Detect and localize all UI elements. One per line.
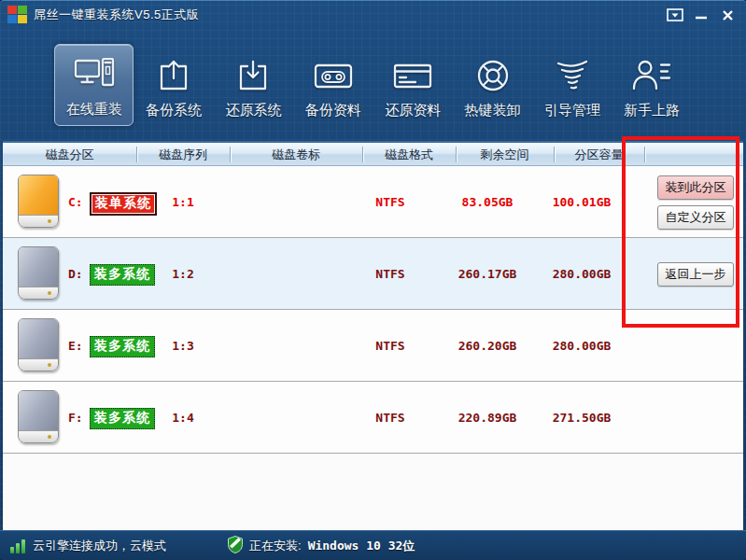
- toolbar-item-label: 引导管理: [544, 102, 600, 119]
- dropdown-menu-button[interactable]: [662, 5, 688, 25]
- install-to-partition-button[interactable]: 装到此分区: [657, 175, 734, 200]
- tab-restore-system[interactable]: 还原系统: [214, 44, 293, 126]
- drive-letter: D:: [68, 238, 83, 310]
- column-divider: [136, 147, 137, 162]
- header-disk-partition: 磁盘分区: [3, 143, 136, 166]
- close-button[interactable]: [714, 5, 740, 25]
- header-volume-label: 磁盘卷标: [230, 143, 362, 166]
- toolbar-item-label: 还原系统: [225, 102, 281, 119]
- restore-system-icon: [235, 54, 271, 97]
- table-header: 磁盘分区 磁盘序列 磁盘卷标 磁盘格式 剩余空间 分区容量: [3, 141, 743, 166]
- drive-letter: C:: [68, 166, 83, 238]
- toolbar-item-label: 新手上路: [624, 102, 680, 119]
- toolbar-item-label: 还原资料: [385, 102, 441, 119]
- window-controls: [662, 1, 740, 29]
- disk-serial: 1:2: [146, 238, 220, 310]
- tab-online-reinstall[interactable]: 在线重装: [54, 44, 134, 126]
- go-back-button[interactable]: 返回上一步: [657, 262, 734, 287]
- custom-partition-button[interactable]: 自定义分区: [657, 205, 734, 230]
- online-reinstall-icon: [74, 53, 115, 96]
- table-row-drive-f[interactable]: F: 装多系统 1:4 NTFS 220.89GB 271.50GB: [3, 382, 743, 454]
- volume-label: [230, 166, 362, 238]
- free-space: 220.89GB: [441, 382, 534, 454]
- column-divider: [362, 147, 363, 162]
- tab-backup-system[interactable]: 备份系统: [134, 44, 213, 126]
- partition-capacity: 100.01GB: [535, 166, 628, 238]
- restore-data-icon: [392, 54, 433, 97]
- disk-serial: 1:4: [146, 382, 220, 454]
- boot-manager-tornado-icon: [552, 54, 593, 97]
- cloud-status-text: 云引擎连接成功，云模式: [33, 538, 166, 554]
- column-divider: [230, 147, 231, 162]
- toolbar-item-label: 在线重装: [66, 101, 122, 119]
- volume-label: [230, 382, 362, 454]
- tab-newbie-guide[interactable]: 新手上路: [612, 44, 692, 126]
- backup-system-icon: [156, 54, 191, 97]
- partition-capacity: 271.50GB: [535, 382, 628, 454]
- toolbar-item-label: 热键装卸: [465, 102, 521, 119]
- disk-format: NTFS: [344, 310, 437, 382]
- hotkey-lifebuoy-icon: [475, 54, 511, 97]
- table-body: C: 装单系统 1:1 NTFS 83.05GB 100.01GB 装到此分区 …: [3, 166, 743, 454]
- main-toolbar: 在线重装 备份系统 还原系统: [0, 29, 746, 141]
- partition-capacity: 280.00GB: [535, 238, 628, 310]
- disk-serial: 1:3: [146, 310, 220, 382]
- drive-icon: [18, 318, 59, 371]
- partition-table: 磁盘分区 磁盘序列 磁盘卷标 磁盘格式 剩余空间 分区容量 C: 装单系统 1:…: [3, 141, 743, 530]
- drive-letter: E:: [68, 310, 83, 382]
- installing-status-label: 正在安装:: [249, 538, 302, 554]
- tab-boot-manager[interactable]: 引导管理: [532, 44, 612, 126]
- table-row-drive-c[interactable]: C: 装单系统 1:1 NTFS 83.05GB 100.01GB 装到此分区 …: [3, 166, 743, 238]
- header-free-space: 剩余空间: [456, 143, 554, 166]
- disk-format: NTFS: [344, 382, 437, 454]
- column-divider: [554, 147, 555, 162]
- header-disk-format: 磁盘格式: [362, 143, 456, 166]
- window-title: 屌丝一键重装系统V5.5正式版: [34, 1, 199, 28]
- row-actions: 装到此分区 自定义分区: [653, 166, 739, 238]
- signal-bars-icon: [10, 539, 25, 553]
- shield-icon: [228, 536, 243, 556]
- column-divider: [456, 147, 457, 162]
- table-row-drive-e[interactable]: E: 装多系统 1:3 NTFS 260.20GB 280.00GB: [3, 310, 743, 382]
- header-partition-capacity: 分区容量: [554, 143, 644, 166]
- partition-capacity: 280.00GB: [535, 310, 628, 382]
- disk-format: NTFS: [344, 166, 437, 238]
- drive-icon: [18, 246, 59, 300]
- app-logo-icon: [7, 6, 28, 24]
- disk-format: NTFS: [344, 238, 437, 310]
- free-space: 260.17GB: [441, 238, 534, 310]
- status-bar: 云引擎连接成功，云模式 正在安装: Windows 10 32位: [0, 530, 746, 560]
- installing-os-value: Windows 10 32位: [308, 538, 415, 554]
- backup-data-icon: [313, 54, 354, 97]
- volume-label: [230, 238, 362, 310]
- disk-serial: 1:1: [146, 166, 220, 238]
- header-disk-serial: 磁盘序列: [136, 143, 230, 166]
- column-divider: [644, 147, 645, 162]
- tab-hotkey-mount[interactable]: 热键装卸: [453, 44, 532, 126]
- free-space: 83.05GB: [441, 166, 534, 238]
- newbie-guide-person-icon: [631, 54, 672, 97]
- row-actions: 返回上一步: [653, 238, 739, 310]
- title-bar: 屌丝一键重装系统V5.5正式版: [0, 1, 746, 29]
- drive-icon: [18, 175, 59, 228]
- free-space: 260.20GB: [441, 310, 534, 382]
- app-window: 屌丝一键重装系统V5.5正式版: [0, 0, 746, 560]
- table-row-drive-d[interactable]: D: 装多系统 1:2 NTFS 260.17GB 280.00GB 返回上一步: [3, 238, 743, 310]
- toolbar-item-label: 备份资料: [305, 102, 361, 119]
- tab-restore-data[interactable]: 还原资料: [373, 44, 453, 126]
- drive-icon: [18, 390, 59, 443]
- minimize-button[interactable]: [688, 5, 714, 25]
- tab-backup-data[interactable]: 备份资料: [293, 44, 373, 126]
- volume-label: [230, 310, 362, 382]
- drive-letter: F:: [68, 382, 83, 454]
- toolbar-item-label: 备份系统: [146, 102, 202, 119]
